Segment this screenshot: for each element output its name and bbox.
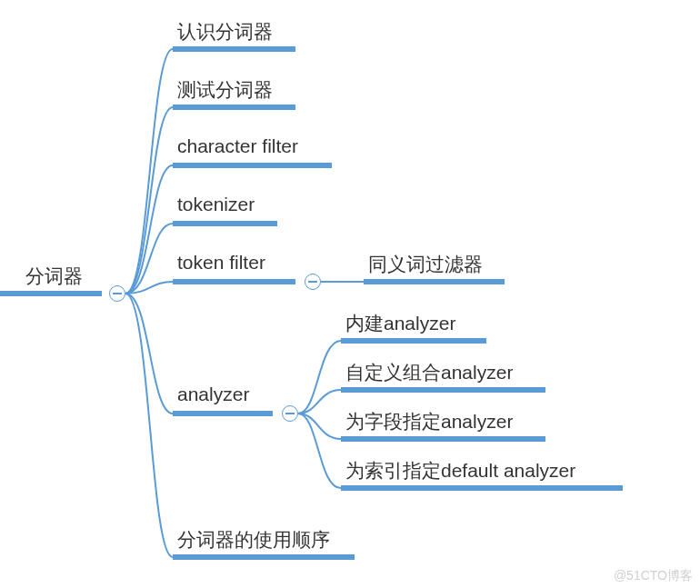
connector-lines — [0, 0, 700, 588]
watermark: @51CTO博客 — [614, 568, 693, 584]
